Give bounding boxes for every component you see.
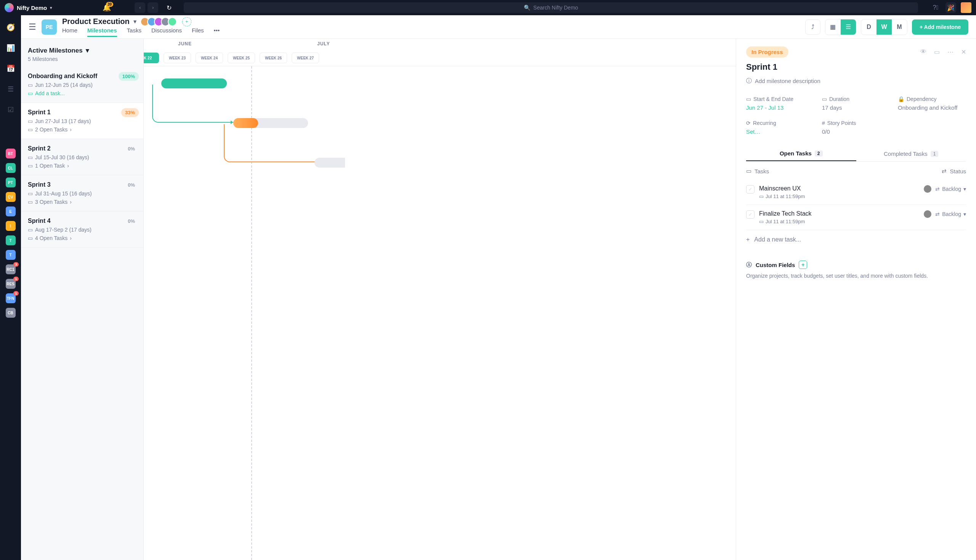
week-cell[interactable]: WEEK 23 xyxy=(164,53,191,63)
project-badge[interactable]: CV xyxy=(6,192,16,202)
calendar-icon: ▭ xyxy=(28,227,33,233)
notifications-button[interactable]: 🔔 39 xyxy=(102,3,111,12)
list-icon[interactable]: ☰ xyxy=(6,85,15,94)
gantt-bar-sprint-2[interactable] xyxy=(314,158,345,168)
nav-forward-button[interactable]: › xyxy=(147,2,158,13)
celebrate-button[interactable]: 🎉 xyxy=(946,2,956,13)
project-title[interactable]: Product Execution xyxy=(62,17,130,26)
nav-back-button[interactable]: ‹ xyxy=(135,2,145,13)
tab-more[interactable]: ••• xyxy=(214,27,220,37)
task-checkbox[interactable]: ✓ xyxy=(746,185,754,193)
tab-discussions[interactable]: Discussions xyxy=(151,27,182,37)
milestone-tasks[interactable]: 1 Open Task xyxy=(35,163,65,169)
milestone-description[interactable]: ⓘ Add milestone description xyxy=(746,77,966,85)
share-button[interactable]: ⤴ xyxy=(805,20,821,35)
recurring-icon: ⟳ xyxy=(746,120,751,126)
story-points-value[interactable]: 0/0 xyxy=(822,128,890,135)
date-value[interactable]: Jun 27 - Jul 13 xyxy=(746,104,814,111)
checklist-icon[interactable]: ☑ xyxy=(6,105,15,114)
task-row[interactable]: ✓ Mainscreen UX ▭Jul 11 at 11:59pm ⇄Back… xyxy=(746,180,966,205)
add-field-button[interactable]: + xyxy=(799,260,807,269)
project-badge[interactable]: BT xyxy=(6,148,16,158)
member-avatar xyxy=(168,17,177,26)
more-icon[interactable]: ⋯ xyxy=(948,48,954,56)
milestone-item[interactable]: Sprint 1 ▭Jun 27-Jul 13 (17 days) ▭2 Ope… xyxy=(21,103,143,139)
list-view-button[interactable]: ☰ xyxy=(841,20,856,35)
week-cell[interactable]: WEEK 26 xyxy=(260,53,287,63)
workspace-switcher[interactable]: Nifty Demo ▾ xyxy=(5,3,52,12)
week-cell[interactable]: WEEK 25 xyxy=(227,53,255,63)
milestone-item[interactable]: Sprint 4 ▭Aug 17-Sep 2 (17 days) ▭4 Open… xyxy=(21,212,143,248)
milestone-item[interactable]: Sprint 2 ▭Jul 15-Jul 30 (16 days) ▭1 Ope… xyxy=(21,139,143,175)
calendar-icon[interactable]: 📅 xyxy=(6,64,15,73)
week-cell[interactable]: WEEK 24 xyxy=(196,53,223,63)
tab-open-tasks[interactable]: Open Tasks 2 xyxy=(746,146,856,161)
status-col-label: Status xyxy=(950,168,966,175)
add-milestone-button[interactable]: + Add milestone xyxy=(912,20,968,35)
sidebar-toggle[interactable]: ☰ xyxy=(28,22,36,32)
milestone-title[interactable]: Sprint 1 xyxy=(746,62,966,72)
milestone-tasks[interactable]: 4 Open Tasks xyxy=(35,235,67,241)
analytics-icon[interactable]: 📊 xyxy=(6,43,15,53)
history-button[interactable]: ↻ xyxy=(167,4,172,12)
tab-home[interactable]: Home xyxy=(62,27,77,37)
project-badge[interactable]: E xyxy=(6,207,16,217)
tasks-col-label: Tasks xyxy=(754,168,769,175)
time-scope-w[interactable]: W xyxy=(876,20,892,35)
add-member-button[interactable]: + xyxy=(182,17,191,26)
tab-milestones[interactable]: Milestones xyxy=(87,27,117,37)
global-search[interactable]: 🔍 Search Nifty Demo xyxy=(184,2,918,13)
status-chip[interactable]: In Progress xyxy=(746,47,789,58)
project-badge[interactable]: TFN1 xyxy=(6,293,16,303)
compass-icon[interactable]: 🧭 xyxy=(6,23,15,32)
project-badge[interactable]: T xyxy=(6,250,16,260)
chevron-down-icon[interactable]: ▾ xyxy=(134,18,137,25)
tab-files[interactable]: Files xyxy=(192,27,204,37)
milestones-filter[interactable]: Active Milestones ▾ xyxy=(28,47,137,55)
close-icon[interactable]: ✕ xyxy=(961,48,966,56)
tasks-icon: ▭ xyxy=(28,235,33,241)
assignee-avatar[interactable] xyxy=(924,185,931,193)
swap-icon: ⇄ xyxy=(942,168,947,175)
task-name: Mainscreen UX xyxy=(759,185,919,192)
progress-pill: 0% xyxy=(124,180,139,189)
project-badge[interactable]: CL xyxy=(6,163,16,173)
task-checkbox[interactable]: ✓ xyxy=(746,210,754,219)
add-task-button[interactable]: + Add a new task... xyxy=(746,230,966,249)
archive-icon[interactable]: ▭ xyxy=(934,48,940,56)
task-status-select[interactable]: ⇄Backlog ▾ xyxy=(935,211,966,217)
time-scope-d[interactable]: D xyxy=(861,20,876,35)
grid-view-button[interactable]: ▦ xyxy=(826,20,841,35)
project-badge[interactable]: PT xyxy=(6,178,16,187)
milestone-item[interactable]: Onboarding and Kickoff ▭Jun 12-Jun 25 (1… xyxy=(21,67,143,103)
hash-icon: # xyxy=(822,120,825,126)
week-cell[interactable]: EEK 22 xyxy=(144,53,159,63)
dependency-value[interactable]: Onboarding and Kickoff xyxy=(898,104,966,111)
project-badge[interactable]: I xyxy=(6,221,16,231)
user-avatar[interactable] xyxy=(961,2,971,13)
project-badge[interactable]: RC13 xyxy=(6,264,16,274)
milestone-item[interactable]: Sprint 3 ▭Jul 31-Aug 15 (16 days) ▭3 Ope… xyxy=(21,175,143,212)
assignee-avatar[interactable] xyxy=(924,210,931,218)
help-button[interactable]: ?⃝ xyxy=(930,2,941,13)
milestone-tasks[interactable]: 2 Open Tasks xyxy=(35,127,67,133)
tasks-icon: ▭ xyxy=(28,127,33,133)
task-row[interactable]: ✓ Finalize Tech Stack ▭Jul 11 at 11:59pm… xyxy=(746,205,966,230)
project-icon[interactable]: PE xyxy=(42,20,57,35)
project-badge[interactable]: CB xyxy=(6,308,16,318)
chevron-down-icon: ▾ xyxy=(963,186,966,192)
milestone-tasks[interactable]: Add a task... xyxy=(35,90,65,97)
search-placeholder: Search Nifty Demo xyxy=(533,5,578,11)
milestone-tasks[interactable]: 3 Open Tasks xyxy=(35,199,67,205)
project-badge[interactable]: T xyxy=(6,235,16,245)
time-scope-m[interactable]: M xyxy=(892,20,907,35)
tab-completed-tasks[interactable]: Completed Tasks 1 xyxy=(856,146,966,161)
tab-tasks[interactable]: Tasks xyxy=(127,27,142,37)
project-badge[interactable]: RES1 xyxy=(6,279,16,289)
project-members[interactable] xyxy=(142,17,177,26)
week-cell[interactable]: WEEK 27 xyxy=(292,53,319,63)
swap-icon: ⇄ xyxy=(935,186,940,192)
task-status-select[interactable]: ⇄Backlog ▾ xyxy=(935,186,966,192)
recurring-value[interactable]: Set… xyxy=(746,128,814,135)
watch-icon[interactable]: 👁 xyxy=(920,48,926,56)
